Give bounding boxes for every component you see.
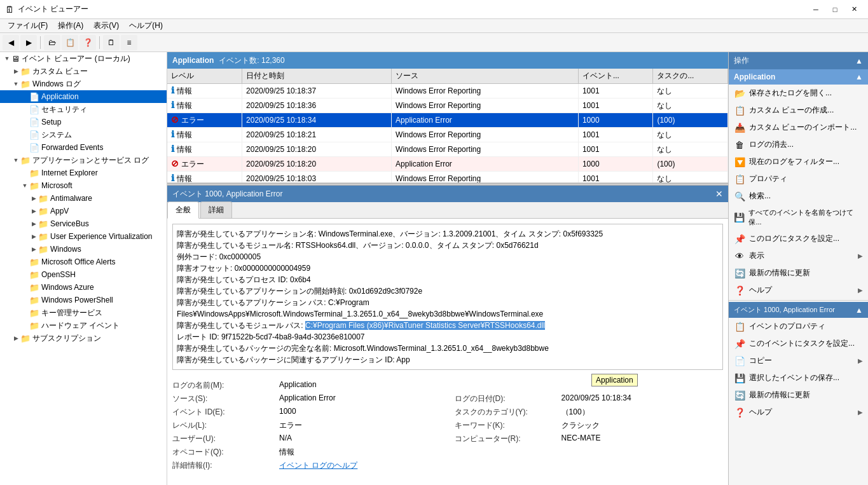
action-label: 現在のログをフィルター...: [749, 156, 839, 167]
sidebar-item-ie[interactable]: 📁 Internet Explorer: [0, 167, 167, 179]
event-line: 障害オフセット: 0x0000000000004959: [177, 263, 719, 274]
action-label: イベントのプロパティ: [749, 321, 825, 332]
detail-tabs: 全般 詳細: [167, 202, 728, 219]
toolbar-help-button[interactable]: ❓: [79, 35, 96, 50]
col-eventid[interactable]: イベント...: [578, 69, 653, 84]
menu-item-h[interactable]: ヘルプ(H): [124, 19, 168, 33]
table-row[interactable]: ℹ情報2020/09/25 10:18:20Windows Error Repo…: [167, 142, 728, 157]
moreinfo-link[interactable]: イベント ログのヘルプ: [279, 460, 450, 471]
sidebar-item-system[interactable]: 📄 システム: [0, 128, 167, 141]
action-clear-log[interactable]: 🗑 ログの消去...: [729, 136, 868, 153]
cell-task: なし: [653, 84, 728, 99]
maximize-button[interactable]: □: [826, 3, 844, 16]
toolbar-forward-button[interactable]: ▶: [20, 35, 37, 50]
moreinfo-label: 詳細情報(I):: [172, 460, 274, 471]
sidebar-item-application[interactable]: 📄 Application: [0, 90, 167, 103]
sidebar-item-hardware[interactable]: 📁 ハードウェア イベント: [0, 319, 167, 332]
sidebar-item-label: Application: [41, 92, 79, 101]
sidebar-item-winlogs[interactable]: ▼ 📁 Windows ログ: [0, 78, 167, 90]
col-level[interactable]: レベル: [167, 69, 242, 84]
action-view[interactable]: 👁 表示 ▶: [729, 247, 868, 264]
sidebar-item-customview[interactable]: ▶ 📁 カスタム ビュー: [0, 65, 167, 78]
detail-content: 障害が発生しているアプリケーション名: WindowsTerminal.exe、…: [167, 219, 728, 485]
action-save-all[interactable]: 💾 すべてのイベントを名前をつけて保...: [729, 205, 868, 230]
sidebar-item-antimalware[interactable]: ▶ 📁 Antimalware: [0, 192, 167, 205]
action-refresh[interactable]: 🔄 最新の情報に更新: [729, 264, 868, 282]
sidebar-item-appv[interactable]: ▶ 📁 AppV: [0, 205, 167, 217]
expander-icon: [20, 296, 29, 304]
sidebar-item-servicebus[interactable]: ▶ 📁 ServiceBus: [0, 217, 167, 230]
table-row[interactable]: ⊘エラー2020/09/25 10:18:34Application Error…: [167, 113, 728, 128]
sidebar-item-uev[interactable]: ▶ 📁 User Experience Virtualization: [0, 230, 167, 243]
empty-value: [561, 380, 723, 391]
action-search[interactable]: 🔍 検索...: [729, 188, 868, 205]
tab-general[interactable]: 全般: [167, 202, 199, 219]
sidebar-item-appservlogs[interactable]: ▼ 📁 アプリケーションとサービス ログ: [0, 154, 167, 167]
sidebar-item-msofficealerts[interactable]: 📁 Microsoft Office Alerts: [0, 256, 167, 268]
cell-source: Application Error: [392, 113, 579, 128]
action-import-view[interactable]: 📥 カスタム ビューのインポート...: [729, 119, 868, 136]
sidebar-item-label: サブスクリプション: [32, 333, 101, 344]
sidebar-item-microsoft[interactable]: ▼ 📁 Microsoft: [0, 179, 167, 192]
titlebar-icon: 🗓: [5, 4, 14, 15]
table-row[interactable]: ℹ情報2020/09/25 10:18:21Windows Error Repo…: [167, 128, 728, 142]
toolbar-list-button[interactable]: ≡: [121, 35, 137, 50]
action-open-log[interactable]: 📂 保存されたログを開く...: [729, 85, 868, 102]
table-row[interactable]: ℹ情報2020/09/25 10:18:37Windows Error Repo…: [167, 84, 728, 99]
toolbar-notes-button[interactable]: 🗒: [103, 35, 120, 50]
arrow-icon2: ▶: [858, 287, 863, 294]
sidebar-item-label: Setup: [41, 118, 61, 126]
cell-eventid: 1001: [578, 128, 653, 142]
table-row[interactable]: ℹ情報2020/09/25 10:18:03Windows Error Repo…: [167, 172, 728, 184]
menu-item-v[interactable]: 表示(V): [88, 19, 124, 33]
sidebar-item-winazure[interactable]: 📁 Windows Azure: [0, 281, 167, 294]
action-event-properties[interactable]: 📋 イベントのプロパティ: [729, 318, 868, 335]
close-button[interactable]: ✕: [845, 3, 863, 16]
action-copy[interactable]: 📄 コピー ▶: [729, 352, 868, 369]
tab-details[interactable]: 詳細: [200, 202, 232, 218]
sidebar-item-root[interactable]: ▼ 🖥 イベント ビューアー (ローカル): [0, 52, 167, 65]
action-help2[interactable]: ❓ ヘルプ ▶: [729, 404, 868, 421]
titlebar: 🗓 イベント ビューアー ─ □ ✕: [0, 0, 868, 19]
sidebar-item-security[interactable]: 📄 セキュリティ: [0, 103, 167, 116]
event-task-icon: 📌: [734, 339, 745, 349]
sidebar-item-windows[interactable]: ▶ 📁 Windows: [0, 243, 167, 256]
col-source[interactable]: ソース: [392, 69, 579, 84]
minimize-button[interactable]: ─: [807, 3, 825, 16]
detail-close-button[interactable]: ✕: [715, 189, 723, 199]
action-save-selected[interactable]: 💾 選択したイベントの保存...: [729, 369, 868, 386]
sidebar-item-label: User Experience Virtualization: [50, 232, 153, 241]
action-filter[interactable]: 🔽 現在のログをフィルター...: [729, 153, 868, 170]
actions-header-label: 操作: [734, 55, 749, 66]
action-properties[interactable]: 📋 プロパティ: [729, 170, 868, 188]
event-table: レベル 日付と時刻 ソース イベント... タスクの... ℹ情報2020/09…: [167, 69, 728, 183]
sidebar-item-setup[interactable]: 📄 Setup: [0, 116, 167, 128]
toolbar-back-button[interactable]: ◀: [3, 35, 19, 50]
col-datetime[interactable]: 日付と時刻: [242, 69, 392, 84]
cell-level: ℹ情報: [167, 172, 242, 184]
table-row[interactable]: ⊘エラー2020/09/25 10:18:20Application Error…: [167, 157, 728, 172]
actions-section2-header[interactable]: イベント 1000, Application Error ▲: [729, 302, 868, 318]
sidebar-item-label: システム: [41, 130, 72, 140]
sidebar-item-winpowershell[interactable]: 📁 Windows PowerShell: [0, 294, 167, 306]
table-row[interactable]: ℹ情報2020/09/25 10:18:36Windows Error Repo…: [167, 99, 728, 113]
action-refresh2[interactable]: 🔄 最新の情報に更新: [729, 386, 868, 404]
action-attach-task[interactable]: 📌 このログにタスクを設定...: [729, 230, 868, 247]
sidebar-item-keymgmt[interactable]: 📁 キー管理サービス: [0, 306, 167, 319]
sidebar-item-openssh[interactable]: 📁 OpenSSH: [0, 268, 167, 281]
actions-app-header[interactable]: Application ▲: [729, 69, 868, 85]
expander-icon: [20, 321, 29, 330]
actions-section-header[interactable]: 操作 ▲: [729, 52, 868, 69]
toolbar-properties-button[interactable]: 📋: [62, 35, 78, 50]
col-task[interactable]: タスクの...: [653, 69, 728, 84]
toolbar-open-button[interactable]: 🗁: [44, 35, 60, 50]
action-event-task[interactable]: 📌 このイベントにタスクを設定...: [729, 335, 868, 352]
sidebar-item-forwarded[interactable]: 📄 Forwarded Events: [0, 141, 167, 154]
refresh-icon: 🔄: [734, 268, 745, 278]
sidebar-item-subscriptions[interactable]: ▶ 📁 サブスクリプション: [0, 332, 167, 345]
menu-item-a[interactable]: 操作(A): [53, 19, 88, 33]
action-create-view[interactable]: 📋 カスタム ビューの作成...: [729, 102, 868, 119]
action-label: ログの消去...: [749, 139, 794, 150]
action-help[interactable]: ❓ ヘルプ ▶: [729, 282, 868, 299]
menu-item-f[interactable]: ファイル(F): [3, 19, 53, 33]
